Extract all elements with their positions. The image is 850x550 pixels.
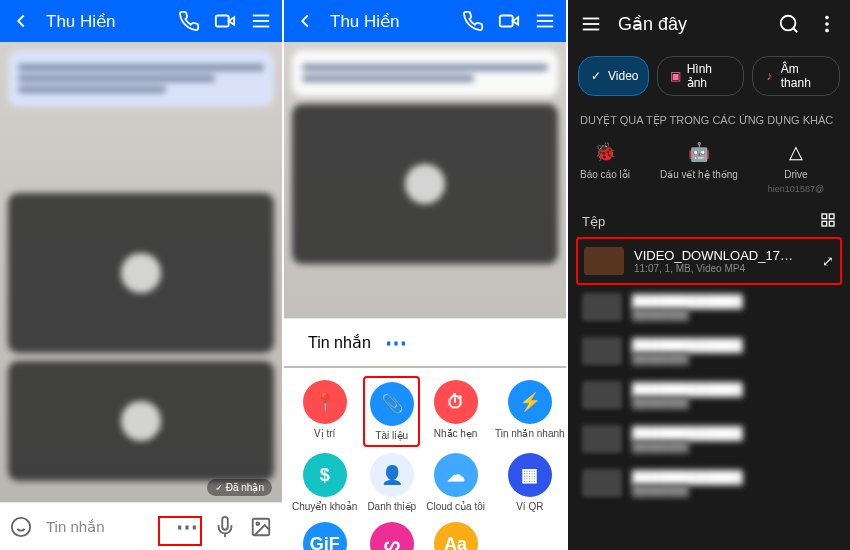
attach-label: Chuyển khoản: [292, 501, 357, 512]
chip-Video[interactable]: ✓Video: [578, 56, 649, 96]
attach-item-Chuyển khoản[interactable]: $Chuyển khoản: [288, 449, 361, 516]
menu-icon[interactable]: [250, 10, 272, 32]
grid-view-icon[interactable]: [820, 212, 836, 231]
video-call-icon[interactable]: [214, 10, 236, 32]
svg-rect-24: [822, 221, 827, 226]
attach-icon: ⏱: [434, 380, 478, 424]
app-label: Báo cáo lỗi: [580, 169, 630, 180]
browse-apps-title: DUYỆT QUA TỆP TRONG CÁC ỨNG DỤNG KHÁC: [568, 104, 850, 131]
received-badge: ✓ Đã nhận: [207, 479, 272, 496]
file-row[interactable]: ████████████████████: [576, 417, 842, 461]
app-item-Drive[interactable]: △Drivehien101587@: [768, 139, 824, 194]
attach-icon: 📍: [303, 380, 347, 424]
picker-header: Gần đây: [568, 0, 850, 48]
chat-screen-closed: Thu Hiền ✓ Đã nhận Tin nhắn ⋯: [0, 0, 282, 550]
chip-icon: ✓: [589, 69, 603, 83]
attach-item-Tin nhắn nhanh[interactable]: ⚡Tin nhắn nhanh: [491, 376, 566, 447]
attach-item-Cloud của tôi[interactable]: ☁Cloud của tôi: [422, 449, 489, 516]
back-icon[interactable]: [10, 10, 32, 32]
attachment-panel: 📍Vị trí📎Tài liệu⏱Nhắc hẹn⚡Tin nhắn nhanh…: [284, 368, 566, 550]
app-icon: △: [783, 139, 809, 165]
attach-icon: ᔕ: [370, 522, 414, 550]
attach-icon: 👤: [370, 453, 414, 497]
attach-item-Vị trí[interactable]: 📍Vị trí: [288, 376, 361, 447]
svg-point-19: [825, 16, 829, 20]
attach-label: Danh thiếp: [367, 501, 416, 512]
attach-item-Danh thiếp[interactable]: 👤Danh thiếp: [363, 449, 420, 516]
video-call-icon[interactable]: [498, 10, 520, 32]
svg-line-18: [793, 28, 797, 32]
file-row[interactable]: ████████████████████: [576, 329, 842, 373]
chip-icon: ▣: [668, 69, 681, 83]
svg-rect-25: [829, 221, 834, 226]
files-label: Tệp: [582, 214, 605, 229]
file-row-highlighted[interactable]: VIDEO_DOWNLOAD_1713… 11:07, 1, MB, Video…: [576, 237, 842, 285]
attach-item-8[interactable]: GiF: [288, 518, 361, 550]
app-label: Dấu vết hệ thống: [660, 169, 738, 180]
svg-rect-22: [822, 214, 827, 219]
call-icon[interactable]: [178, 10, 200, 32]
file-thumb: [584, 247, 624, 275]
attach-item-10[interactable]: Aa: [422, 518, 489, 550]
mic-icon[interactable]: [214, 516, 236, 538]
chat-title: Thu Hiền: [46, 11, 164, 32]
attach-label: Tài liệu: [375, 430, 408, 441]
attach-item-Tài liệu[interactable]: 📎Tài liệu: [363, 376, 420, 447]
file-list: VIDEO_DOWNLOAD_1713… 11:07, 1, MB, Video…: [568, 237, 850, 505]
app-row: 🐞Báo cáo lỗi🤖Dấu vết hệ thống△Drivehien1…: [568, 131, 850, 202]
attach-icon: $: [303, 453, 347, 497]
message-input[interactable]: Tin nhắn: [308, 333, 371, 352]
message-input[interactable]: Tin nhắn: [46, 518, 162, 536]
attach-item-Nhắc hẹn[interactable]: ⏱Nhắc hẹn: [422, 376, 489, 447]
attach-label: Cloud của tôi: [426, 501, 485, 512]
svg-point-21: [825, 29, 829, 33]
app-label: Drive: [784, 169, 807, 180]
attach-item-Ví QR[interactable]: ▦Ví QR: [491, 449, 566, 516]
message-input-row: Tin nhắn ⋯: [0, 502, 282, 550]
chip-label: Âm thanh: [781, 62, 829, 90]
attach-label: Tin nhắn nhanh: [495, 428, 565, 439]
menu-icon[interactable]: [534, 10, 556, 32]
attach-icon: 📎: [370, 382, 414, 426]
svg-rect-23: [829, 214, 834, 219]
app-item-Dấu vết hệ thống[interactable]: 🤖Dấu vết hệ thống: [660, 139, 738, 194]
app-sub: hien101587@: [768, 184, 824, 194]
chip-label: Hình ảnh: [687, 62, 733, 90]
svg-rect-0: [216, 16, 229, 27]
expand-icon[interactable]: ⤢: [822, 253, 834, 269]
search-icon[interactable]: [778, 13, 800, 35]
overflow-icon[interactable]: [816, 13, 838, 35]
back-icon[interactable]: [294, 10, 316, 32]
attach-label: Ví QR: [516, 501, 543, 512]
chip-icon: ♪: [763, 69, 776, 83]
attach-icon: Aa: [434, 522, 478, 550]
svg-point-6: [256, 522, 259, 525]
more-button-active[interactable]: ⋯: [385, 330, 409, 356]
files-header: Tệp: [568, 202, 850, 237]
hamburger-icon[interactable]: [580, 13, 602, 35]
file-row[interactable]: ████████████████████: [576, 461, 842, 505]
chip-Âm thanh[interactable]: ♪Âm thanh: [752, 56, 840, 96]
file-row[interactable]: ████████████████████: [576, 285, 842, 329]
app-item-Báo cáo lỗi[interactable]: 🐞Báo cáo lỗi: [580, 139, 630, 194]
attach-icon: GiF: [303, 522, 347, 550]
chip-Hình ảnh[interactable]: ▣Hình ảnh: [657, 56, 743, 96]
chat-screen-attach: Thu Hiền Tin nhắn ⋯ 📍Vị trí📎Tài liệu⏱Nhắ…: [284, 0, 566, 550]
message-input-row: Tin nhắn ⋯: [284, 318, 566, 366]
svg-rect-7: [500, 16, 513, 27]
sticker-icon[interactable]: [10, 516, 32, 538]
chat-body: [0, 42, 282, 502]
chat-title: Thu Hiền: [330, 11, 448, 32]
image-icon[interactable]: [250, 516, 272, 538]
picker-title: Gần đây: [618, 13, 762, 35]
app-icon: 🤖: [686, 139, 712, 165]
call-icon[interactable]: [462, 10, 484, 32]
attach-item-9[interactable]: ᔕ: [363, 518, 420, 550]
attach-icon: ☁: [434, 453, 478, 497]
svg-point-4: [12, 517, 30, 535]
file-info: VIDEO_DOWNLOAD_1713… 11:07, 1, MB, Video…: [634, 248, 812, 274]
file-picker-screen: Gần đây ✓Video▣Hình ảnh♪Âm thanh DUYỆT Q…: [568, 0, 850, 550]
app-icon: 🐞: [592, 139, 618, 165]
file-row[interactable]: ████████████████████: [576, 373, 842, 417]
highlight-more: [158, 516, 202, 546]
